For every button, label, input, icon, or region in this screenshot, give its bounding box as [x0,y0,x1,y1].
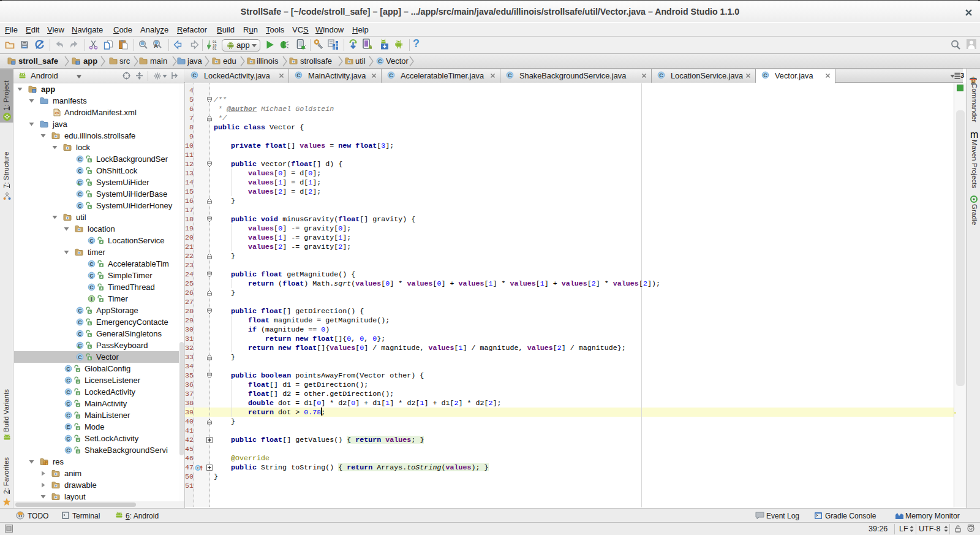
svg-text:A: A [154,43,158,49]
svg-text:C: C [66,412,70,419]
svg-text:C: C [78,156,82,162]
svg-text:C: C [89,238,94,244]
svg-text:C: C [659,72,663,78]
svg-text:C: C [66,401,70,407]
svg-text:C: C [78,203,82,209]
svg-text:C: C [389,72,393,78]
svg-text:E: E [67,424,70,430]
svg-text:C: C [192,72,197,78]
svg-text:C: C [78,343,82,349]
svg-text:C: C [66,366,70,372]
svg-text:C: C [66,447,70,453]
svg-text:C: C [508,72,512,78]
svg-text:C: C [66,436,70,442]
svg-text:<>: <> [55,111,59,115]
svg-text:C: C [89,284,94,290]
svg-text:C: C [66,378,70,384]
svg-text:C: C [78,354,82,360]
svg-text:C: C [763,72,767,78]
svg-text:C: C [78,180,82,186]
svg-text:I: I [91,296,92,302]
svg-text:C: C [378,58,382,64]
svg-text:C: C [78,308,82,314]
svg-text:C: C [89,273,94,279]
svg-text:C: C [78,319,82,325]
svg-text:C: C [296,72,301,78]
svg-text:C: C [78,331,82,337]
svg-text:C: C [66,389,70,395]
svg-text:C: C [78,191,82,197]
svg-text:C: C [78,168,82,174]
svg-text:C: C [89,261,94,267]
svg-text:01: 01 [213,47,217,50]
